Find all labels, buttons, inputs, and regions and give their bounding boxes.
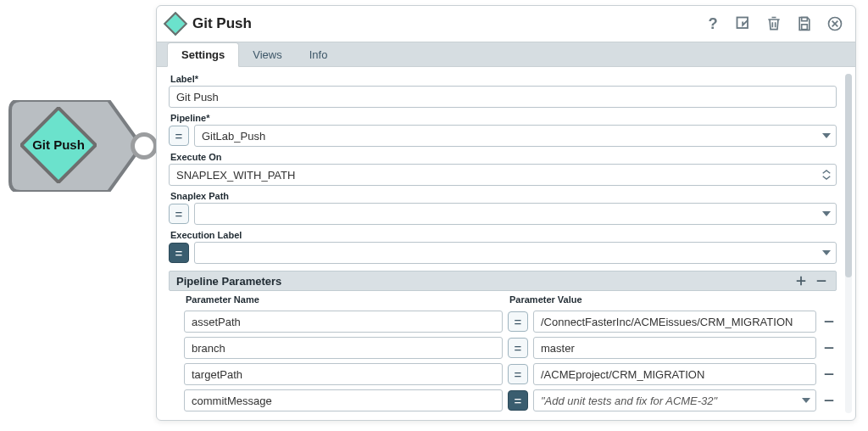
param-value-input[interactable]	[533, 363, 816, 385]
tab-settings[interactable]: Settings	[167, 42, 239, 67]
pipeline-expression-toggle[interactable]: =	[169, 126, 189, 146]
stage: Git Push Git Push ? Settings	[0, 0, 868, 431]
save-button[interactable]	[794, 14, 815, 34]
param-row: =	[169, 337, 837, 359]
execution-label-input[interactable]	[194, 242, 837, 264]
execute-on-input[interactable]	[169, 164, 837, 186]
snap-type-diamond-icon	[164, 12, 187, 36]
param-value-input[interactable]	[533, 337, 816, 359]
copy-button[interactable]	[733, 14, 754, 34]
field-label: Label*	[169, 74, 837, 108]
tab-views[interactable]: Views	[239, 43, 295, 66]
field-execute-on-caption: Execute On	[170, 152, 837, 162]
field-snaplex-path: Snaplex Path =	[169, 191, 837, 225]
param-value-expression-toggle[interactable]: =	[508, 390, 528, 411]
param-row: =	[169, 389, 837, 411]
chevron-down-icon[interactable]	[801, 395, 811, 406]
chevron-down-icon[interactable]	[821, 248, 832, 258]
param-value-input[interactable]	[533, 311, 816, 333]
snap-node[interactable]: Git Push	[0, 95, 149, 197]
param-value-input[interactable]	[533, 389, 816, 411]
pipeline-parameters-title: Pipeline Parameters	[176, 275, 281, 288]
help-button[interactable]: ?	[703, 14, 723, 34]
param-name-input[interactable]	[184, 337, 503, 359]
close-button[interactable]	[825, 14, 845, 34]
pipeline-parameters-grid: Parameter Name Parameter Value ====	[169, 293, 837, 411]
param-name-input[interactable]	[184, 389, 503, 411]
tab-bar: Settings Views Info	[157, 42, 855, 67]
field-pipeline: Pipeline* =	[169, 113, 837, 147]
param-row-remove-button[interactable]	[821, 340, 837, 355]
pipeline-input[interactable]	[194, 125, 837, 147]
param-value-expression-toggle[interactable]: =	[508, 311, 528, 332]
param-name-input[interactable]	[184, 311, 503, 333]
pipeline-parameters-header: Pipeline Parameters	[169, 271, 837, 291]
svg-rect-3	[802, 18, 808, 21]
panel-title: Git Push	[192, 15, 252, 32]
field-execution-label: Execution Label =	[169, 230, 837, 264]
execution-label-expression-toggle[interactable]: =	[169, 243, 189, 263]
svg-rect-4	[802, 25, 808, 30]
field-pipeline-caption: Pipeline*	[170, 113, 837, 123]
param-value-header: Parameter Value	[508, 293, 837, 306]
param-row-remove-button[interactable]	[821, 314, 837, 329]
stepper-icon[interactable]	[821, 170, 832, 180]
param-row-remove-button[interactable]	[821, 393, 837, 408]
param-name-input[interactable]	[184, 363, 503, 385]
chevron-down-icon[interactable]	[821, 209, 832, 219]
chevron-down-icon[interactable]	[821, 131, 832, 141]
param-row: =	[169, 363, 837, 385]
field-label-caption: Label*	[170, 74, 837, 84]
param-value-expression-toggle[interactable]: =	[508, 364, 528, 384]
tab-info[interactable]: Info	[296, 43, 342, 66]
field-snaplex-path-caption: Snaplex Path	[170, 191, 837, 201]
snap-output-connector[interactable]	[131, 132, 158, 160]
scrollbar-thumb[interactable]	[845, 74, 852, 277]
snaplex-path-input[interactable]	[194, 203, 837, 225]
settings-content: Label* Pipeline* =	[157, 67, 855, 420]
label-input[interactable]	[169, 86, 837, 108]
field-execution-label-caption: Execution Label	[170, 230, 837, 240]
param-row-remove-button[interactable]	[821, 367, 837, 382]
param-value-expression-toggle[interactable]: =	[508, 338, 528, 358]
snaplex-path-expression-toggle[interactable]: =	[169, 204, 189, 224]
param-row: =	[169, 311, 837, 333]
field-execute-on: Execute On	[169, 152, 837, 186]
param-name-header: Parameter Name	[184, 293, 503, 306]
svg-text:?: ?	[708, 15, 717, 32]
add-param-button[interactable]	[793, 273, 809, 288]
snap-label: Git Push	[20, 137, 97, 152]
panel-header: Git Push ?	[157, 6, 855, 42]
property-panel: Git Push ? Settings Views Info	[156, 5, 856, 421]
delete-button[interactable]	[764, 14, 784, 34]
remove-param-button[interactable]	[814, 273, 829, 288]
